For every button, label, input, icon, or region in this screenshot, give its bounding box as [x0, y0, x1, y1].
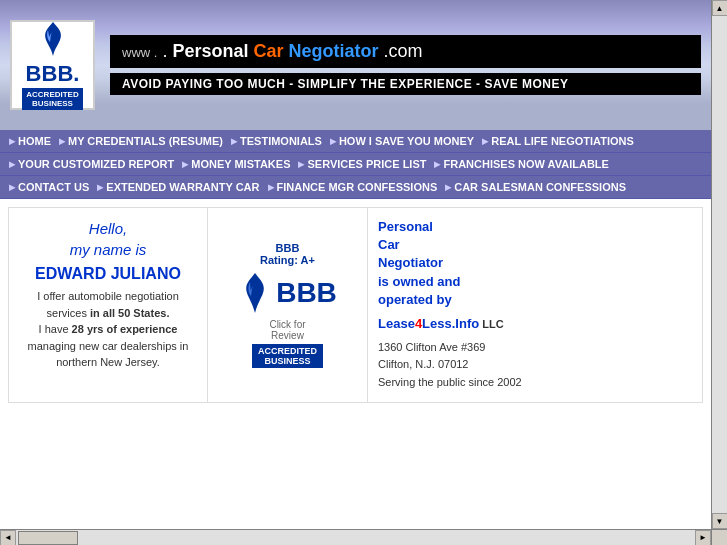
nav-bar-2: YOUR CUSTOMIZED REPORT MONEY MISTAKES SE…: [0, 153, 711, 176]
person-name: EDWARD JULIANO: [19, 265, 197, 283]
header-area: BBB. ACCREDITED BUSINESS www . . Persona…: [0, 0, 711, 130]
company-description: Lease4Less.Info LLC 1360 Clifton Ave #36…: [378, 314, 692, 392]
nav-real-life[interactable]: REAL LIFE NEGOTIATIONS: [478, 133, 638, 149]
site-www: www .: [122, 45, 157, 60]
site-negotiator: Negotiator: [289, 41, 379, 61]
bbb-letters: BBB.: [26, 63, 80, 85]
bbb-accredited-label: ACCREDITED BUSINESS: [22, 88, 82, 110]
bbb-rating-text: BBB Rating: A+: [260, 242, 315, 266]
nav-car-salesman[interactable]: CAR SALESMAN CONFESSIONS: [441, 179, 630, 195]
bbb-flame-icon: [38, 20, 68, 63]
scrollbar-corner: [711, 529, 727, 545]
bbb-accredited-box: ACCREDITED BUSINESS: [252, 344, 323, 368]
intro-panel: Hello, my name is EDWARD JULIANO I offer…: [8, 207, 208, 403]
bbb-click-text: Click for Review: [269, 319, 305, 341]
nav-money-mistakes[interactable]: MONEY MISTAKES: [178, 156, 294, 172]
nav-how-save[interactable]: HOW I SAVE YOU MONEY: [326, 133, 478, 149]
hello-text: Hello, my name is: [19, 218, 197, 260]
nav-finance-mgr[interactable]: FINANCE MGR CONFESSIONS: [264, 179, 442, 195]
bbb-logo-header[interactable]: BBB. ACCREDITED BUSINESS: [10, 20, 95, 110]
tagline-bar: AVOID PAYING TOO MUCH - SIMPLIFY THE EXP…: [110, 73, 701, 95]
person-description: I offer automobile negotiation services …: [19, 288, 197, 371]
nav-contact-us[interactable]: CONTACT US: [5, 179, 93, 195]
nav-extended-warranty[interactable]: EXTENDED WARRANTY CAR: [93, 179, 263, 195]
scrollbar-right: ▲ ▼: [711, 0, 727, 529]
nav-franchises[interactable]: FRANCHISES NOW AVAILABLE: [430, 156, 612, 172]
scroll-up-button[interactable]: ▲: [712, 0, 728, 16]
site-car: Car: [254, 41, 284, 61]
site-personal: Personal: [172, 41, 248, 61]
site-title-bar: www . . Personal Car Negotiator .com: [110, 35, 701, 68]
bbb-rating-panel[interactable]: BBB Rating: A+ BBB Click for: [208, 207, 368, 403]
scrollbar-bottom: ◄ ►: [0, 529, 711, 545]
browser-window: BBB. ACCREDITED BUSINESS www . . Persona…: [0, 0, 727, 545]
nav-credentials[interactable]: MY CREDENTIALS (RESUME): [55, 133, 227, 149]
main-content: Hello, my name is EDWARD JULIANO I offer…: [0, 199, 711, 411]
page-content: BBB. ACCREDITED BUSINESS www . . Persona…: [0, 0, 711, 529]
company-info-panel: Personal Car Negotiator is owned and ope…: [368, 207, 703, 403]
nav-customized-report[interactable]: YOUR CUSTOMIZED REPORT: [5, 156, 178, 172]
bbb-center-logo: BBB Rating: A+ BBB Click for: [238, 242, 337, 368]
bbb-big-letters: BBB: [276, 279, 337, 307]
nav-testimonials[interactable]: TESTIMONIALS: [227, 133, 326, 149]
nav-bar-3: CONTACT US EXTENDED WARRANTY CAR FINANCE…: [0, 176, 711, 199]
nav-home[interactable]: HOME: [5, 133, 55, 149]
scroll-thumb-h[interactable]: [18, 531, 78, 545]
scroll-down-button[interactable]: ▼: [712, 513, 728, 529]
site-dotcom: .com: [384, 41, 423, 61]
company-title: Personal Car Negotiator is owned and ope…: [378, 218, 692, 309]
nav-services-price[interactable]: SERVICES PRICE LIST: [294, 156, 430, 172]
nav-bar-1: HOME MY CREDENTIALS (RESUME) TESTIMONIAL…: [0, 130, 711, 153]
scroll-left-button[interactable]: ◄: [0, 530, 16, 546]
scroll-track: [712, 16, 727, 513]
scroll-track-h: [16, 530, 695, 545]
header-right: www . . Personal Car Negotiator .com AVO…: [110, 35, 701, 95]
scroll-right-button[interactable]: ►: [695, 530, 711, 546]
